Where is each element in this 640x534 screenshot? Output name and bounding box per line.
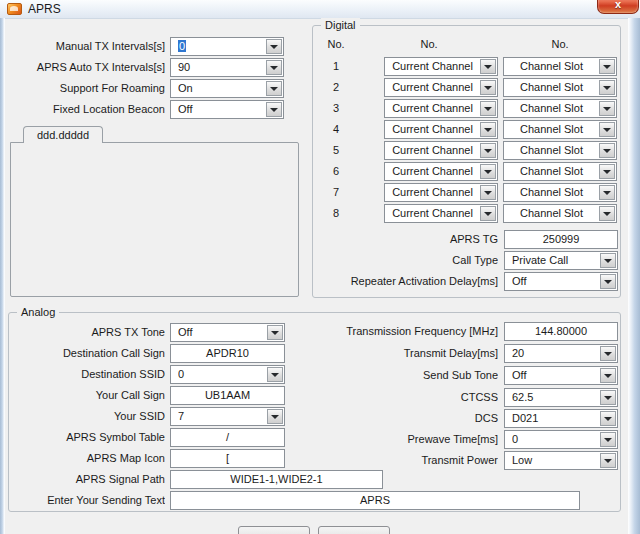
digital-slot-combo-2[interactable]: Channel Slot bbox=[503, 78, 617, 97]
label-manual-tx-intervals: Manual TX Intervals[s] bbox=[5, 37, 165, 56]
aprs-tg-input[interactable]: 250999 bbox=[504, 230, 618, 249]
digital-channel-value: Current Channel bbox=[387, 79, 478, 96]
digital-channel-value: Current Channel bbox=[387, 100, 478, 117]
digital-slot-value: Channel Slot bbox=[506, 79, 597, 96]
ctcss-value: 62.5 bbox=[512, 389, 598, 406]
prewave-time-value: 0 bbox=[512, 431, 598, 448]
tab-ddd-ddddd[interactable]: ddd.ddddd bbox=[23, 126, 103, 143]
chevron-down-icon[interactable] bbox=[480, 80, 496, 95]
digital-slot-combo-1[interactable]: Channel Slot bbox=[503, 57, 617, 76]
label-send-sub-tone: Send Sub Tone bbox=[320, 366, 498, 385]
destination-ssid-value: 0 bbox=[178, 366, 265, 383]
aprs-auto-tx-intervals-value: 90 bbox=[178, 59, 264, 76]
send-sub-tone-value: Off bbox=[512, 367, 598, 384]
chevron-down-icon[interactable] bbox=[480, 143, 496, 158]
digital-channel-value: Current Channel bbox=[387, 163, 478, 180]
bottom-button-2[interactable] bbox=[318, 526, 390, 534]
digital-slot-combo-8[interactable]: Channel Slot bbox=[503, 204, 617, 223]
repeater-activation-delay-combo[interactable]: Off bbox=[504, 272, 618, 291]
chevron-down-icon[interactable] bbox=[599, 59, 615, 74]
chevron-down-icon[interactable] bbox=[599, 101, 615, 116]
digital-slot-combo-7[interactable]: Channel Slot bbox=[503, 183, 617, 202]
chevron-down-icon[interactable] bbox=[599, 80, 615, 95]
digital-row-number: 8 bbox=[316, 204, 356, 223]
aprs-map-icon-input[interactable]: [ bbox=[170, 449, 285, 468]
app-icon bbox=[7, 3, 22, 15]
digital-channel-combo-8[interactable]: Current Channel bbox=[384, 204, 498, 223]
chevron-down-icon[interactable] bbox=[267, 367, 283, 382]
close-button[interactable]: x bbox=[597, 0, 639, 14]
chevron-down-icon[interactable] bbox=[599, 122, 615, 137]
fixed-location-beacon-combo[interactable]: Off bbox=[170, 100, 284, 119]
support-for-roaming-value: On bbox=[178, 80, 264, 97]
chevron-down-icon[interactable] bbox=[267, 409, 283, 424]
digital-channel-combo-6[interactable]: Current Channel bbox=[384, 162, 498, 181]
support-for-roaming-combo[interactable]: On bbox=[170, 79, 284, 98]
digital-channel-combo-1[interactable]: Current Channel bbox=[384, 57, 498, 76]
digital-channel-combo-2[interactable]: Current Channel bbox=[384, 78, 498, 97]
aprs-tx-tone-combo[interactable]: Off bbox=[170, 323, 285, 342]
label-enter-your-sending-text: Enter Your Sending Text bbox=[5, 491, 165, 510]
your-call-sign-input[interactable]: UB1AAM bbox=[170, 386, 285, 405]
chevron-down-icon[interactable] bbox=[480, 59, 496, 74]
transmit-power-value: Low bbox=[512, 452, 598, 469]
your-ssid-combo[interactable]: 7 bbox=[170, 407, 285, 426]
chevron-down-icon[interactable] bbox=[600, 411, 616, 426]
dcs-value: D021 bbox=[512, 410, 598, 427]
chevron-down-icon[interactable] bbox=[266, 39, 282, 54]
chevron-down-icon[interactable] bbox=[600, 253, 616, 268]
chevron-down-icon[interactable] bbox=[480, 206, 496, 221]
manual-tx-intervals-combo[interactable]: 0 bbox=[170, 37, 284, 56]
chevron-down-icon[interactable] bbox=[600, 368, 616, 383]
chevron-down-icon[interactable] bbox=[480, 101, 496, 116]
aprs-auto-tx-intervals-combo[interactable]: 90 bbox=[170, 58, 284, 77]
analog-group-label: Analog bbox=[17, 305, 59, 319]
chevron-down-icon[interactable] bbox=[600, 390, 616, 405]
digital-slot-combo-4[interactable]: Channel Slot bbox=[503, 120, 617, 139]
chevron-down-icon[interactable] bbox=[600, 274, 616, 289]
digital-header-no-3: No. bbox=[503, 37, 617, 51]
chevron-down-icon[interactable] bbox=[480, 185, 496, 200]
ctcss-combo[interactable]: 62.5 bbox=[504, 388, 618, 407]
transmit-delay-combo[interactable]: 20 bbox=[504, 344, 618, 363]
aprs-signal-path-input[interactable]: WIDE1-1,WIDE2-1 bbox=[170, 470, 383, 489]
chevron-down-icon[interactable] bbox=[600, 453, 616, 468]
digital-channel-combo-5[interactable]: Current Channel bbox=[384, 141, 498, 160]
label-fixed-location-beacon: Fixed Location Beacon bbox=[5, 100, 165, 119]
chevron-down-icon[interactable] bbox=[599, 185, 615, 200]
digital-slot-combo-6[interactable]: Channel Slot bbox=[503, 162, 617, 181]
digital-channel-value: Current Channel bbox=[387, 58, 478, 75]
chevron-down-icon[interactable] bbox=[266, 81, 282, 96]
chevron-down-icon[interactable] bbox=[599, 143, 615, 158]
digital-slot-combo-3[interactable]: Channel Slot bbox=[503, 99, 617, 118]
chevron-down-icon[interactable] bbox=[599, 206, 615, 221]
chevron-down-icon[interactable] bbox=[480, 164, 496, 179]
digital-slot-combo-5[interactable]: Channel Slot bbox=[503, 141, 617, 160]
sending-text-input[interactable]: APRS bbox=[170, 491, 580, 510]
digital-channel-combo-3[interactable]: Current Channel bbox=[384, 99, 498, 118]
label-call-type: Call Type bbox=[320, 251, 498, 270]
aprs-symbol-table-input[interactable]: / bbox=[170, 428, 285, 447]
chevron-down-icon[interactable] bbox=[480, 122, 496, 137]
chevron-down-icon[interactable] bbox=[600, 346, 616, 361]
fixed-location-beacon-value: Off bbox=[178, 101, 264, 118]
transmission-frequency-input[interactable]: 144.80000 bbox=[504, 322, 618, 341]
destination-call-sign-input[interactable]: APDR10 bbox=[170, 344, 285, 363]
digital-channel-combo-7[interactable]: Current Channel bbox=[384, 183, 498, 202]
destination-ssid-combo[interactable]: 0 bbox=[170, 365, 285, 384]
chevron-down-icon[interactable] bbox=[600, 432, 616, 447]
send-sub-tone-combo[interactable]: Off bbox=[504, 366, 618, 385]
digital-channel-combo-4[interactable]: Current Channel bbox=[384, 120, 498, 139]
bottom-button-1[interactable] bbox=[238, 526, 310, 534]
dcs-combo[interactable]: D021 bbox=[504, 409, 618, 428]
chevron-down-icon[interactable] bbox=[267, 325, 283, 340]
label-dcs: DCS bbox=[320, 409, 498, 428]
prewave-time-combo[interactable]: 0 bbox=[504, 430, 618, 449]
label-aprs-auto-tx-intervals: APRS Auto TX Intervals[s] bbox=[5, 58, 165, 77]
transmit-power-combo[interactable]: Low bbox=[504, 451, 618, 470]
call-type-combo[interactable]: Private Call bbox=[504, 251, 618, 270]
chevron-down-icon[interactable] bbox=[266, 60, 282, 75]
chevron-down-icon[interactable] bbox=[599, 164, 615, 179]
label-your-call-sign: Your Call Sign bbox=[5, 386, 165, 405]
chevron-down-icon[interactable] bbox=[266, 102, 282, 117]
